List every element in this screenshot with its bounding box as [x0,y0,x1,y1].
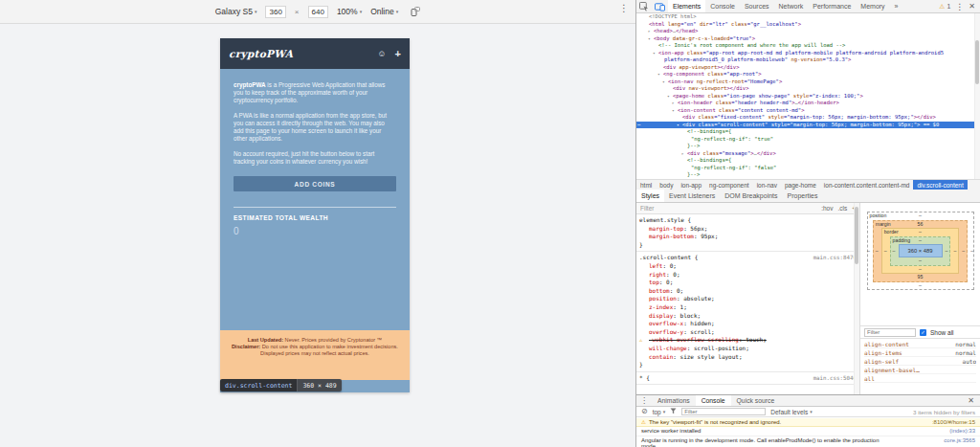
css-property[interactable]: contain: size style layout; [639,353,857,362]
log-level-select[interactable]: Default levels ▾ [770,409,813,415]
breadcrumb-item-html[interactable]: html [636,180,656,190]
css-property[interactable]: ⚠-webkit-overflow-scrolling: touch; [639,336,857,345]
breadcrumb-item-ion-app[interactable]: ion-app [677,180,705,190]
devtools-tab-sources[interactable]: Sources [740,0,774,12]
add-icon[interactable]: + [395,49,401,58]
computed-property[interactable]: align-contentnormal [864,340,976,348]
more-actions-icon[interactable]: ⋯ [637,122,639,129]
dom-tree-row[interactable]: }--> [636,143,974,150]
toggle-element-state-button[interactable]: :hov [821,205,833,212]
dom-tree-row[interactable]: <!DOCTYPE html> [636,13,974,21]
console-source-link[interactable]: (index):33 [942,428,975,435]
css-property[interactable]: position: absolute; [639,295,857,303]
dom-tree-row[interactable]: <!--bindings={ [636,128,974,136]
css-property[interactable]: display: block; [639,312,857,321]
rule-selector[interactable]: .scroll-content [639,254,691,260]
dom-tree-row[interactable]: <!-- Ionic's root component and where th… [636,42,974,50]
dom-tree-row[interactable]: <div class="fixed-content" style="margin… [636,114,974,122]
dom-tree-row[interactable]: platform-android5_0 platform-mobileweb" … [636,56,974,64]
sidebar-tab-properties[interactable]: Properties [783,190,823,202]
dom-tree-row[interactable]: ▾<body data-gr-c-s-loaded="true"> [636,35,974,43]
dom-tree-row[interactable]: "ng-reflect-ng-if": "false" [636,165,974,172]
device-width-input[interactable]: 360 [265,6,285,18]
css-property[interactable]: overflow-x: hidden; [639,320,857,328]
stylesheet-link[interactable]: main.css:8476 [813,254,857,262]
devtools-tab-console[interactable]: Console [705,0,740,12]
scrollbar-thumb[interactable] [975,40,979,84]
throttling-select[interactable]: Online ▾ [370,7,398,16]
rotate-icon[interactable] [411,7,420,16]
css-property[interactable]: z-index: 1; [639,303,857,312]
profile-icon[interactable]: ☺ [377,49,386,58]
stylesheet-link[interactable]: main.css:5040 [813,374,857,383]
dom-tree-row[interactable]: <!--bindings={ [636,157,974,165]
console-warnings-badge[interactable]: ⚠ 1 [940,3,951,11]
computed-property[interactable]: align-selfauto [864,357,976,366]
computed-property[interactable]: all [864,374,976,383]
dom-tree-row[interactable]: ▾<ion-content class="content content-md"… [636,107,974,115]
dom-tree-row[interactable]: ▸<ion-header class="header header-md">…<… [636,100,974,107]
dom-tree-row[interactable]: ▾<page-home class="ion-page show-page" s… [636,93,974,101]
dom-tree-row[interactable]: <div nav-viewport></div> [636,85,974,93]
dom-tree-row[interactable]: }--> [636,171,974,179]
zoom-select[interactable]: 100% ▾ [337,7,362,16]
console-source-link[interactable]: :8100/#/home:15 [924,419,975,426]
inspect-element-icon[interactable] [636,2,652,11]
devtools-tab-memory[interactable]: Memory [856,0,889,12]
css-property[interactable]: bottom: 0; [639,287,857,296]
devtools-tab-more[interactable]: » [890,0,903,12]
css-property[interactable]: margin-top: 56px; [639,225,857,234]
devtools-close-icon[interactable]: ✕ [969,2,975,11]
breadcrumb-item-ng-component[interactable]: ng-component [705,180,753,190]
devtools-tab-network[interactable]: Network [774,0,809,12]
rule-selector[interactable]: element.style [639,216,684,223]
breadcrumb-item-ion-content-content-content-md[interactable]: ion-content.content.content-md [820,180,914,190]
dom-tree-row[interactable]: <html lang="en" dir="ltr" class="gr__loc… [636,21,974,29]
devtools-menu-icon[interactable]: ⋮ [955,2,964,11]
dom-tree-row[interactable]: <div app-viewport></div> [636,64,974,72]
drawer-menu-icon[interactable]: ⋮ [636,396,652,405]
device-select[interactable]: Galaxy S5 ▾ [215,7,257,16]
devtools-tab-elements[interactable]: Elements [668,0,705,12]
computed-property[interactable]: align-itemsnormal [864,348,976,357]
css-property[interactable]: will-change: scroll-position; [639,345,857,353]
sidebar-tab-dom-breakpoints[interactable]: DOM Breakpoints [720,190,782,202]
device-height-input[interactable]: 640 [308,6,328,18]
devtools-tab-performance[interactable]: Performance [808,0,856,12]
add-coins-button[interactable]: ADD COINS [234,176,396,191]
dom-tree-row[interactable]: ▸<div class="message">…</div> [636,150,974,158]
sidebar-tab-styles[interactable]: Styles [636,190,664,202]
drawer-close-icon[interactable]: ✕ [962,396,980,405]
toggle-device-toolbar-icon[interactable] [652,2,668,11]
css-property[interactable]: left: 0; [639,262,857,271]
styles-filter-input[interactable]: Filter [640,205,654,212]
scrollbar-thumb[interactable] [855,207,858,264]
css-property[interactable]: margin-bottom: 95px; [639,233,857,241]
drawer-tab-quick-source[interactable]: Quick source [731,395,781,406]
elements-scrollbar[interactable] [974,13,980,179]
console-filter-input[interactable] [681,408,766,415]
element-classes-button[interactable]: .cls [837,205,847,212]
sidebar-tab-event-listeners[interactable]: Event Listeners [664,190,720,202]
breadcrumb-item-div-scroll-content[interactable]: div.scroll-content [913,180,967,190]
drawer-tab-console[interactable]: Console [696,395,731,406]
console-context-select[interactable]: top ▾ [653,409,666,415]
show-all-checkbox[interactable]: ✓ [920,329,926,336]
breadcrumb-item-body[interactable]: body [656,180,677,190]
dom-tree-row[interactable]: "ng-reflect-ng-if": "true" [636,136,974,144]
drawer-tab-animations[interactable]: Animations [652,395,696,406]
dom-tree-row[interactable]: ▾<ion-app class="app-root app-root-md md… [636,50,974,57]
computed-property[interactable]: alignment-basel… [864,366,976,374]
console-source-link[interactable]: core.js:3565 [936,437,975,444]
css-property[interactable]: overflow-y: scroll; [639,328,857,337]
dom-tree-row[interactable]: ⋯▾<div class="scroll-content" style="mar… [636,122,974,129]
css-property[interactable]: right: 0; [639,271,857,279]
breadcrumb-item-ion-nav[interactable]: ion-nav [753,180,781,190]
dom-tree-row[interactable]: ▸<head>…</head> [636,28,974,35]
clear-console-icon[interactable]: ⊘ [641,408,648,415]
computed-filter-input[interactable] [864,328,916,337]
box-model[interactable]: position– – margin56 – border– – [860,203,980,325]
dom-tree-row[interactable]: ▾<ion-nav ng-reflect-root="HomePage"> [636,78,974,86]
device-toolbar-more-icon[interactable]: ⋮ [619,3,629,13]
css-property[interactable]: top: 0; [639,279,857,287]
